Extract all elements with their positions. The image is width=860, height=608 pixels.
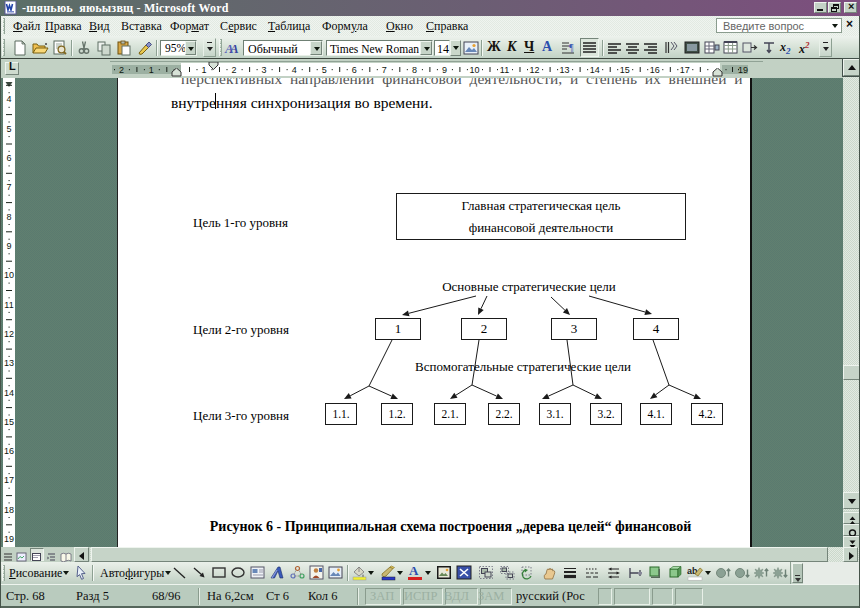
svg-text:15: 15	[4, 417, 14, 427]
svg-text:15: 15	[620, 65, 630, 75]
svg-text:13: 13	[4, 358, 14, 368]
svg-text:3: 3	[262, 65, 267, 75]
svg-text:9: 9	[442, 65, 447, 75]
svg-text:A: A	[229, 41, 239, 56]
svg-text:19: 19	[4, 534, 14, 544]
svg-text:14: 14	[4, 388, 14, 398]
svg-text:2: 2	[231, 65, 236, 75]
svg-text:11: 11	[4, 300, 13, 310]
svg-text:13: 13	[560, 65, 570, 75]
svg-text:10: 10	[4, 270, 14, 280]
svg-text:7: 7	[382, 65, 387, 75]
svg-text:2: 2	[119, 65, 124, 75]
svg-text:9: 9	[6, 241, 11, 251]
svg-text:12: 12	[4, 329, 14, 339]
svg-text:5: 5	[6, 124, 11, 134]
svg-text:4: 4	[292, 65, 297, 75]
svg-text:8: 8	[6, 212, 11, 222]
svg-text:4: 4	[6, 94, 11, 104]
svg-text:6: 6	[352, 65, 357, 75]
svg-text:5: 5	[322, 65, 327, 75]
svg-text:17: 17	[4, 475, 14, 485]
svg-text:16: 16	[4, 446, 14, 456]
svg-text:10: 10	[469, 65, 479, 75]
svg-text:1: 1	[149, 65, 154, 75]
svg-text:1: 1	[201, 65, 206, 75]
svg-text:14: 14	[590, 65, 600, 75]
svg-text:17: 17	[680, 65, 690, 75]
svg-text:16: 16	[650, 65, 660, 75]
svg-text:19: 19	[738, 65, 748, 75]
svg-text:7: 7	[6, 182, 11, 192]
svg-text:18: 18	[4, 505, 14, 515]
svg-text:¶: ¶	[569, 42, 574, 53]
svg-text:8: 8	[412, 65, 417, 75]
svg-text:6: 6	[6, 153, 11, 163]
svg-text:12: 12	[530, 65, 540, 75]
svg-text:11: 11	[500, 65, 509, 75]
